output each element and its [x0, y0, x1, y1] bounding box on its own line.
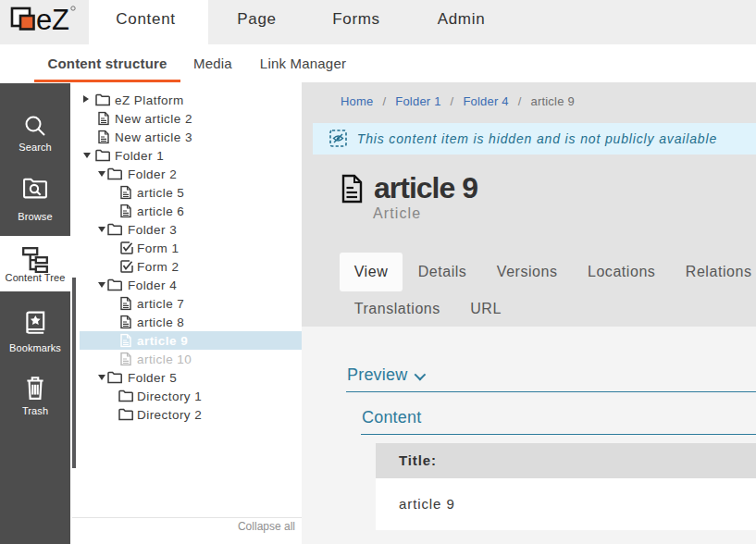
svg-text:Z: Z — [52, 4, 69, 36]
svg-text:e: e — [36, 4, 52, 36]
